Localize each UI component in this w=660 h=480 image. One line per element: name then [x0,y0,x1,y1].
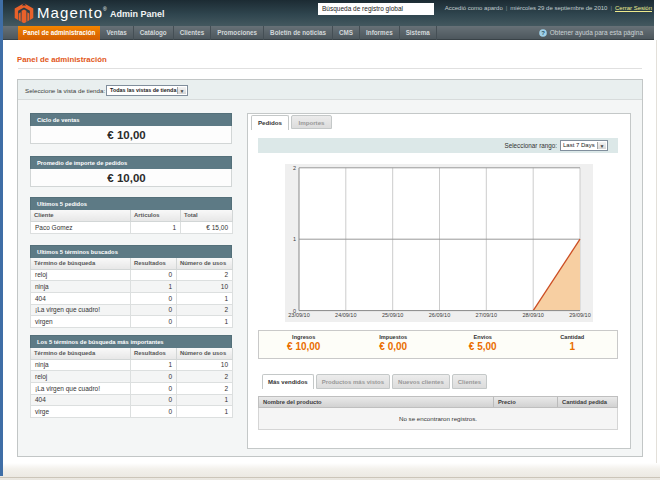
svg-text:1: 1 [293,236,296,242]
svg-text:2: 2 [293,165,296,171]
svg-text:?: ? [541,30,545,36]
svg-text:29/09/10: 29/09/10 [569,312,590,318]
svg-text:26/09/10: 26/09/10 [429,312,450,318]
svg-text:24/09/10: 24/09/10 [335,312,356,318]
svg-text:27/09/10: 27/09/10 [476,312,497,318]
svg-text:28/09/10: 28/09/10 [522,312,543,318]
svg-text:25/09/10: 25/09/10 [382,312,403,318]
svg-text:23/09/10: 23/09/10 [288,312,309,318]
